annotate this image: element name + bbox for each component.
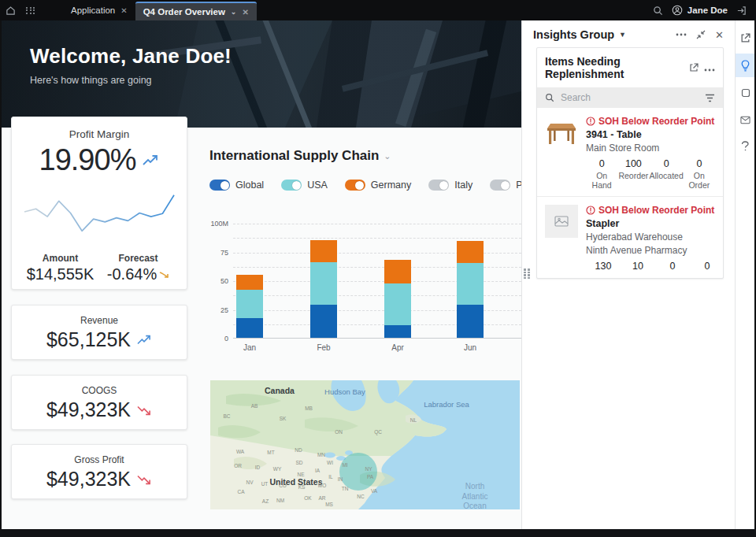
square-rail-icon[interactable]	[736, 82, 755, 104]
replenishment-more-icon[interactable]	[704, 61, 715, 75]
bar-segment-global[interactable]	[384, 325, 411, 338]
bar-segment-germany[interactable]	[457, 241, 484, 263]
coogs-trend-down-icon	[136, 404, 152, 417]
open-external-icon[interactable]	[689, 63, 699, 72]
window-frame-bottom	[0, 529, 756, 537]
toggle-poland[interactable]: Poland	[490, 180, 521, 191]
gridline	[233, 238, 521, 239]
user-avatar-icon	[672, 5, 683, 16]
toggle-switch[interactable]	[345, 180, 365, 191]
gross-profit-value: $49,323K	[46, 468, 131, 491]
alert-icon	[586, 206, 595, 215]
user-name: Jane Doe	[687, 6, 728, 15]
toggle-label: Germany	[371, 180, 411, 191]
search-icon[interactable]	[648, 0, 669, 20]
profit-margin-card[interactable]: Profit Margin 19.90% Amount $14,555K	[11, 117, 187, 290]
tab-application-label: Application	[71, 6, 115, 15]
bar-segment-usa[interactable]	[457, 263, 484, 305]
replenishment-card-title: Items Needing Replenishment	[545, 55, 684, 80]
profit-margin-title: Profit Margin	[21, 128, 177, 140]
bar-jan[interactable]	[236, 275, 263, 338]
item-stats: 130 10 0 0	[586, 261, 715, 272]
bar-segment-germany[interactable]	[236, 275, 263, 290]
item-location: Main Store Room	[586, 143, 715, 154]
help-rail-icon[interactable]	[736, 135, 755, 157]
replenishment-card: Items Needing Replenishment	[536, 47, 724, 279]
mail-rail-icon[interactable]	[736, 109, 755, 131]
bar-segment-usa[interactable]	[310, 262, 337, 305]
stat-allocated-label: Allocated	[650, 171, 684, 180]
chart-plot-area[interactable]: JanFebAprJun	[233, 224, 521, 339]
toggle-switch[interactable]	[209, 180, 230, 191]
revenue-card[interactable]: Revenue $65,125K	[11, 305, 187, 360]
user-menu[interactable]: Jane Doe	[672, 5, 728, 16]
coogs-card[interactable]: COOGS $49,323K	[11, 375, 187, 430]
chart-y-axis: 0255075100M	[209, 224, 233, 339]
panel-collapse-icon[interactable]	[696, 30, 706, 39]
bar-jun[interactable]	[457, 241, 484, 338]
trend-up-icon	[142, 154, 159, 168]
search-input[interactable]	[561, 92, 699, 103]
toggle-switch[interactable]	[428, 180, 449, 191]
insights-lightbulb-icon[interactable]	[736, 54, 755, 77]
sign-out-icon[interactable]	[731, 0, 751, 20]
tab-q4-order-overview[interactable]: Q4 Order Overview ⌄ ✕	[135, 2, 257, 20]
toggle-switch[interactable]	[490, 180, 510, 191]
toggle-italy[interactable]: Italy	[428, 180, 472, 191]
amount-label: Amount	[21, 253, 99, 264]
supply-chain-title[interactable]: International Supply Chain ⌄	[209, 148, 391, 164]
tab-chevron-down-icon[interactable]: ⌄	[231, 8, 237, 16]
toggle-global[interactable]: Global	[209, 180, 264, 191]
series-toggle-row: GlobalUSAGermanyItalyPoland	[209, 180, 521, 191]
panel-more-icon[interactable]	[676, 33, 687, 36]
stat-reorder-label: Reorder	[617, 171, 649, 180]
toggle-label: Italy	[454, 180, 472, 191]
tab-q4-close-icon[interactable]: ✕	[242, 8, 248, 17]
item-name: Stapler	[586, 218, 715, 229]
stat-value: 0	[655, 261, 690, 272]
toggle-usa[interactable]: USA	[281, 180, 328, 191]
bar-segment-germany[interactable]	[310, 240, 337, 262]
supply-chain-chevron-icon[interactable]: ⌄	[384, 151, 391, 161]
supply-chain-map[interactable]: CanadaHudson BayLabrador SeaUnited State…	[210, 380, 520, 509]
tab-application-close-icon[interactable]: ✕	[120, 6, 127, 15]
map-land-shapes	[210, 380, 520, 509]
panel-close-icon[interactable]: ✕	[715, 29, 724, 41]
y-tick-label: 100M	[210, 220, 228, 228]
x-tick-label: Apr	[391, 343, 404, 352]
item-location-2: Ninth Avenue Pharmacy	[586, 245, 715, 256]
stat-allocated-value: 0	[650, 158, 684, 169]
toggle-germany[interactable]: Germany	[345, 180, 411, 191]
bar-segment-global[interactable]	[236, 318, 263, 338]
profit-margin-value: 19.90%	[39, 143, 136, 177]
app-grid-icon[interactable]	[20, 0, 41, 20]
stat-on-order-value: 0	[684, 158, 715, 169]
filter-icon[interactable]	[705, 94, 715, 102]
forecast-value: -0.64%	[107, 265, 157, 283]
bar-segment-usa[interactable]	[384, 283, 411, 325]
profit-margin-sparkline	[23, 177, 176, 245]
stat-value: 0	[690, 261, 724, 272]
gross-profit-card[interactable]: Gross Profit $49,323K	[11, 444, 187, 499]
y-tick-label: 50	[220, 277, 228, 285]
replenishment-search	[537, 87, 723, 108]
bar-segment-global[interactable]	[310, 305, 337, 338]
welcome-title: Welcome, Jane Doe!	[30, 44, 232, 69]
insights-group-selector[interactable]: Insights Group ▼	[533, 28, 626, 41]
bar-apr[interactable]	[384, 260, 411, 338]
toggle-switch[interactable]	[281, 180, 302, 191]
replenishment-item-stapler[interactable]: SOH Below Reorder Point Stapler Hyderaba…	[537, 196, 723, 278]
toggle-label: Poland	[516, 180, 521, 191]
open-in-new-rail-icon[interactable]	[736, 27, 755, 49]
bar-feb[interactable]	[310, 240, 337, 338]
bar-segment-usa[interactable]	[236, 290, 263, 319]
amount-kpi: Amount $14,555K	[21, 253, 99, 283]
app-window: Application ✕ Q4 Order Overview ⌄ ✕ Jane…	[0, 0, 756, 537]
home-icon[interactable]	[0, 0, 20, 20]
bar-segment-germany[interactable]	[384, 260, 411, 284]
stapler-image-placeholder	[545, 205, 578, 238]
replenishment-item-table[interactable]: SOH Below Reorder Point 3941 - Table Mai…	[537, 108, 723, 196]
bar-segment-global[interactable]	[457, 305, 484, 338]
tab-application[interactable]: Application ✕	[63, 0, 135, 20]
panel-resize-handle[interactable]	[524, 268, 531, 279]
